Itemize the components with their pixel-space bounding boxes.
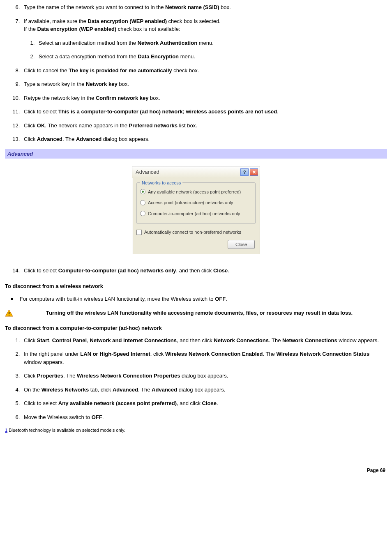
footnote: 1 Bluetooth technology is available on s… xyxy=(5,427,387,434)
steps-list-1b: Click to select Computer-to-computer (ad… xyxy=(5,267,387,275)
step-text: check box is not available: xyxy=(116,26,180,32)
bold: Preferred networks xyxy=(129,122,178,129)
step-text: . xyxy=(277,108,279,115)
step-text: check box is selected. xyxy=(167,18,221,24)
disconnect-heading: To disconnect from a wireless network xyxy=(5,282,387,290)
bold: Advanced xyxy=(76,136,101,142)
step-text: Click to cancel the xyxy=(24,67,69,74)
step-text: . xyxy=(228,267,229,274)
auto-connect-checkbox[interactable]: Automatically connect to non-preferred n… xyxy=(136,229,256,236)
step-text: Move the Wireless switch to xyxy=(24,414,92,420)
step-a5: Click to select Any available network (a… xyxy=(21,399,387,408)
step-text: Click to select xyxy=(24,108,58,115)
bold: Network Connections xyxy=(214,337,269,343)
bold: Advanced xyxy=(113,387,138,393)
svg-rect-2 xyxy=(9,315,9,315)
radio-icon xyxy=(140,189,145,194)
step-a2: In the right panel under LAN or High-Spe… xyxy=(21,350,387,366)
adhoc-heading: To disconnect from a computer-to-compute… xyxy=(5,324,387,332)
bold: Data Encryption xyxy=(138,53,179,60)
step-text: If the xyxy=(24,26,37,32)
section-bar-advanced: Advanced xyxy=(5,149,387,159)
close-icon[interactable]: ✕ xyxy=(250,168,258,176)
step-a4: On the Wireless Networks tab, click Adva… xyxy=(21,386,387,394)
radio-label: Computer-to-computer (ad hoc) networks o… xyxy=(148,210,240,217)
bold: Start xyxy=(37,337,49,343)
bold: Properties xyxy=(37,373,63,379)
bold: OK xyxy=(37,122,45,129)
step-text: , click xyxy=(150,351,165,357)
radio-adhoc-only[interactable]: Computer-to-computer (ad hoc) networks o… xyxy=(140,210,252,217)
step-9: Type a network key in the Network key bo… xyxy=(21,80,387,88)
help-button[interactable]: ? xyxy=(240,168,249,176)
bold: Wireless Network Connection Status xyxy=(276,351,369,357)
step-text: . The network name appears in the xyxy=(45,122,129,129)
step-text: Retype the network key in the xyxy=(24,95,96,101)
step-text: Click xyxy=(24,337,37,343)
step-text: . The xyxy=(63,373,77,379)
radio-label: Any available network (access point pref… xyxy=(148,189,241,196)
page-number: Page 69 xyxy=(5,467,385,474)
warning-icon xyxy=(5,309,13,317)
disconnect-list: For computers with built-in wireless LAN… xyxy=(5,295,387,303)
step-text: box. xyxy=(219,4,231,10)
step-text: In the right panel under xyxy=(24,351,80,357)
bold: Network Authentication xyxy=(138,40,197,46)
step-text: box. xyxy=(148,95,160,101)
step-11: Click to select This is a computer-to-co… xyxy=(21,108,387,116)
step-text: dialog box appears. xyxy=(180,373,228,379)
bold: Close xyxy=(213,267,228,274)
bold: Network key xyxy=(86,81,118,87)
step-12: Click OK. The network name appears in th… xyxy=(21,122,387,130)
step-text: , and then click xyxy=(176,267,213,274)
step-text: Click xyxy=(24,122,37,129)
step-a6: Move the Wireless switch to OFF. xyxy=(21,413,387,421)
close-button[interactable]: Close xyxy=(228,240,255,249)
radio-access-point-only[interactable]: Access point (infrastructure) networks o… xyxy=(140,199,252,206)
sub-step-1: Select an authentication method from the… xyxy=(36,39,387,47)
step-text: check box. xyxy=(172,67,199,74)
dialog-body: Networks to access Any available network… xyxy=(132,178,260,254)
checkbox-label: Automatically connect to non-preferred n… xyxy=(144,229,241,236)
step-text: , and click xyxy=(177,400,202,406)
bold: LAN or High-Speed Internet xyxy=(80,351,150,357)
footnote-text: Bluetooth technology is available on sel… xyxy=(7,428,125,433)
bold: This is a computer-to-computer (ad hoc) … xyxy=(58,108,277,115)
radio-any-network[interactable]: Any available network (access point pref… xyxy=(140,189,252,196)
step-a3: Click Properties. The Wireless Network C… xyxy=(21,372,387,380)
step-6: Type the name of the network you want to… xyxy=(21,3,387,12)
bold: Advanced xyxy=(37,136,62,142)
step-text: Select an authentication method from the xyxy=(39,40,138,46)
step-text: . xyxy=(102,414,104,420)
radio-icon xyxy=(140,211,145,216)
step-text: . The xyxy=(263,351,276,357)
step-text: Select a data encryption method from the xyxy=(39,53,138,60)
svg-rect-1 xyxy=(9,312,9,314)
step-text: , and then click xyxy=(177,337,214,343)
step-text: If available, make sure the xyxy=(24,18,88,24)
step-text: . The xyxy=(62,136,76,142)
step-text: Click xyxy=(24,136,37,142)
networks-to-access-group: Networks to access Any available network… xyxy=(136,182,256,224)
step-14: Click to select Computer-to-computer (ad… xyxy=(21,267,387,275)
step-text: Click to select xyxy=(24,267,58,274)
step-text: Type a network key in the xyxy=(24,81,86,87)
step-text: window appears. xyxy=(24,359,64,365)
step-text: For computers with built-in wireless LAN… xyxy=(20,296,215,302)
sub-steps: Select an authentication method from the… xyxy=(24,39,387,61)
radio-icon xyxy=(140,200,145,205)
step-text: . The xyxy=(138,387,152,393)
steps-list-2: Click Start, Control Panel, Network and … xyxy=(5,336,387,421)
step-text: menu. xyxy=(179,53,195,60)
step-a1: Click Start, Control Panel, Network and … xyxy=(21,336,387,345)
step-text: . The xyxy=(269,337,282,343)
dialog-title: Advanced xyxy=(136,168,239,176)
bold: Network name (SSID) xyxy=(165,4,219,10)
group-legend: Networks to access xyxy=(140,180,182,187)
step-text: Type the name of the network you want to… xyxy=(24,4,165,10)
step-text: . xyxy=(226,296,227,302)
step-text: list box. xyxy=(178,122,197,129)
step-text: menu. xyxy=(197,40,214,46)
bold: Any available network (access point pref… xyxy=(58,400,177,406)
step-8: Click to cancel the The key is provided … xyxy=(21,67,387,75)
